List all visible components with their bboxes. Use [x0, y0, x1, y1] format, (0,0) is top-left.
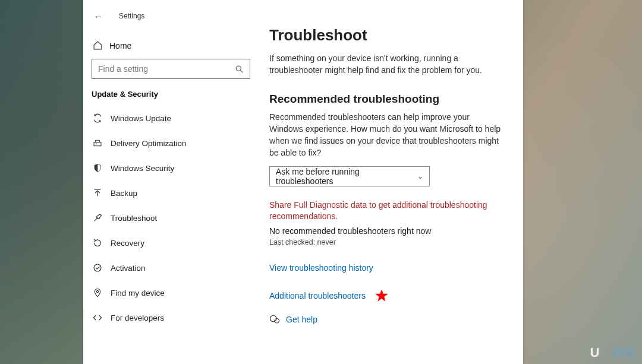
- nav-label: Activation: [111, 264, 146, 273]
- search-input-container[interactable]: [92, 59, 250, 79]
- star-annotation-icon: [374, 288, 389, 303]
- main-content: Troubleshoot If something on your device…: [259, 0, 523, 364]
- app-title: Settings: [119, 12, 144, 20]
- svg-marker-9: [375, 289, 388, 302]
- nav-label: Troubleshoot: [111, 214, 157, 223]
- sidebar-item-for-developers[interactable]: For developers: [83, 305, 259, 330]
- sync-icon: [93, 113, 111, 123]
- sidebar-item-activation[interactable]: Activation: [83, 255, 259, 280]
- shield-icon: [93, 163, 111, 173]
- sidebar-item-backup[interactable]: Backup: [83, 181, 259, 205]
- section-title: Recommended troubleshooting: [269, 93, 505, 106]
- settings-window: ← Settings Home Update & Security Window…: [83, 0, 523, 364]
- developers-icon: [93, 313, 111, 322]
- additional-troubleshooters-row: Additional troubleshooters: [269, 288, 505, 303]
- location-icon: [93, 288, 111, 297]
- search-input[interactable]: [98, 64, 235, 74]
- sidebar-item-recovery[interactable]: Recovery: [83, 230, 259, 255]
- sidebar: ← Settings Home Update & Security Window…: [83, 0, 259, 364]
- page-title: Troubleshoot: [269, 26, 505, 45]
- svg-line-6: [95, 217, 98, 221]
- search-icon: [235, 65, 244, 74]
- backup-icon: [93, 188, 111, 198]
- nav-label: Backup: [111, 189, 137, 198]
- sidebar-item-find-my-device[interactable]: Find my device: [83, 280, 259, 305]
- intro-text: If something on your device isn't workin…: [269, 53, 505, 76]
- watermark-right: FIX: [613, 345, 635, 360]
- sidebar-item-delivery-optimization[interactable]: Delivery Optimization: [83, 131, 259, 156]
- get-help-link[interactable]: Get help: [286, 315, 317, 324]
- sidebar-item-windows-update[interactable]: Windows Update: [83, 106, 259, 131]
- nav-label: Windows Security: [111, 164, 174, 173]
- nav-label: For developers: [111, 314, 164, 322]
- watermark: U FIX: [590, 345, 635, 360]
- no-recommended-text: No recommended troubleshooters right now: [269, 226, 505, 236]
- home-icon: [93, 40, 109, 50]
- svg-point-10: [270, 315, 277, 322]
- share-diagnostic-link[interactable]: Share Full Diagnostic data to get additi…: [269, 200, 505, 223]
- get-help-row: Get help: [269, 314, 505, 325]
- svg-line-1: [240, 70, 243, 72]
- back-icon[interactable]: ←: [92, 11, 105, 21]
- svg-point-0: [236, 66, 241, 71]
- home-nav[interactable]: Home: [83, 34, 259, 55]
- home-label: Home: [109, 41, 131, 50]
- nav-label: Delivery Optimization: [111, 139, 187, 148]
- recovery-icon: [93, 238, 111, 248]
- nav-list: Windows Update Delivery Optimization Win…: [83, 106, 259, 330]
- titlebar: ← Settings: [83, 6, 259, 26]
- additional-troubleshooters-link[interactable]: Additional troubleshooters: [269, 291, 366, 300]
- last-checked-text: Last checked: never: [269, 238, 505, 246]
- activation-icon: [93, 263, 111, 273]
- svg-point-8: [96, 290, 98, 292]
- sidebar-item-troubleshoot[interactable]: Troubleshoot: [83, 205, 259, 230]
- chevron-down-icon: ⌄: [417, 172, 423, 181]
- delivery-icon: [93, 138, 111, 148]
- dropdown-value: Ask me before running troubleshooters: [276, 167, 417, 186]
- nav-label: Recovery: [111, 239, 144, 248]
- svg-point-7: [94, 264, 101, 271]
- troubleshoot-preference-dropdown[interactable]: Ask me before running troubleshooters ⌄: [269, 166, 430, 186]
- sidebar-item-windows-security[interactable]: Windows Security: [83, 156, 259, 181]
- wrench-icon: [93, 213, 111, 223]
- view-history-link[interactable]: View troubleshooting history: [269, 263, 505, 273]
- chat-icon: [269, 314, 280, 325]
- svg-rect-2: [94, 143, 101, 146]
- watermark-left: U: [590, 345, 600, 360]
- nav-label: Windows Update: [111, 114, 171, 123]
- category-header: Update & Security: [83, 87, 259, 106]
- section-desc: Recommended troubleshooters can help imp…: [269, 112, 505, 159]
- nav-label: Find my device: [111, 289, 165, 297]
